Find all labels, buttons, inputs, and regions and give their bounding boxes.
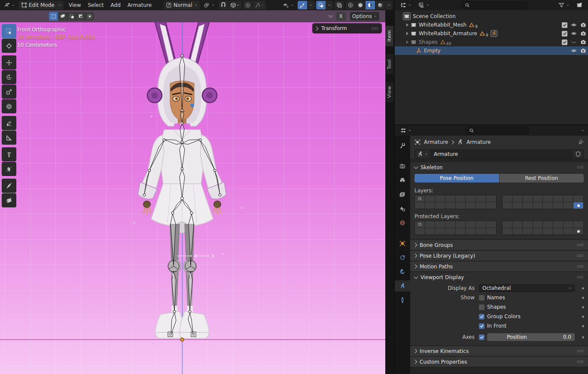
layer-toggle[interactable] [503, 202, 512, 209]
outliner-filter-dropdown[interactable] [556, 1, 572, 9]
properties-search-input[interactable] [476, 128, 519, 133]
checkbox[interactable] [479, 304, 484, 310]
properties-editor-type-button[interactable] [398, 126, 414, 135]
tab-bone-properties[interactable] [395, 295, 410, 306]
layer-toggle[interactable] [573, 195, 583, 202]
panel-grip[interactable] [577, 276, 584, 279]
outliner-search[interactable] [461, 1, 527, 9]
layer-toggle[interactable] [435, 221, 445, 228]
armature-name-field[interactable]: Armature [414, 149, 584, 159]
layer-toggle[interactable] [512, 202, 522, 209]
outliner-row-shapes[interactable]: Shapes 49 [395, 38, 588, 46]
show-overlays-toggle[interactable] [316, 1, 326, 9]
layer-toggle[interactable] [512, 221, 522, 228]
select-mode-intersect[interactable] [85, 12, 94, 21]
layer-toggle[interactable] [445, 228, 455, 234]
tab-scene-properties[interactable] [395, 203, 410, 214]
tab-tool-properties[interactable] [395, 140, 410, 151]
display-as-dropdown[interactable]: Octahedral [479, 284, 575, 292]
layer-toggle[interactable] [445, 195, 455, 202]
layer-toggle[interactable] [486, 195, 496, 202]
layer-toggle[interactable] [476, 228, 486, 234]
tab-view-layer-properties[interactable] [395, 189, 410, 200]
axes-position-slider[interactable]: Position 0.0 [487, 333, 575, 341]
layer-toggle[interactable] [425, 202, 435, 209]
layer-toggle[interactable] [466, 221, 475, 228]
select-mode-new[interactable] [49, 12, 58, 21]
animate-decorator[interactable] [582, 325, 584, 327]
expand-arrow-icon[interactable] [406, 23, 408, 27]
layer-toggle[interactable] [456, 195, 466, 202]
scale-tool[interactable] [2, 85, 16, 99]
expand-arrow-icon[interactable] [406, 40, 408, 44]
layer-toggle[interactable] [553, 221, 563, 228]
transform-panel-header[interactable]: Transform [312, 23, 382, 33]
outliner-search-input[interactable] [472, 3, 515, 8]
xray-toggle[interactable] [335, 1, 344, 9]
hide-eye-icon[interactable] [571, 30, 577, 36]
layer-toggle[interactable] [523, 221, 533, 228]
layer-toggle[interactable] [543, 195, 553, 202]
layer-toggle[interactable] [564, 221, 573, 228]
render-camera-icon[interactable] [580, 22, 586, 28]
animate-decorator[interactable] [582, 316, 584, 318]
fake-user-shield-button[interactable] [572, 150, 583, 158]
layer-toggle[interactable] [533, 195, 543, 202]
layer-toggle[interactable] [476, 202, 486, 209]
layer-toggle[interactable] [533, 221, 543, 228]
layer-toggle[interactable] [456, 228, 466, 234]
layer-toggle[interactable] [564, 195, 573, 202]
pin-icon[interactable] [578, 139, 584, 145]
hidden-eye-closed-icon[interactable] [571, 39, 577, 45]
overlays-dropdown[interactable] [326, 1, 333, 9]
select-mode-extend[interactable] [58, 12, 67, 21]
outliner-editor-type-button[interactable] [398, 1, 414, 9]
layer-toggle[interactable] [486, 202, 496, 209]
roll-tool[interactable] [2, 147, 16, 161]
layer-toggle[interactable] [512, 228, 522, 234]
animate-decorator[interactable] [582, 336, 584, 338]
select-box-tool[interactable] [2, 24, 16, 38]
layer-toggle[interactable] [486, 228, 496, 234]
measure-tool[interactable] [2, 131, 16, 145]
layer-toggle[interactable] [435, 202, 445, 209]
pose-library-panel-header[interactable]: Pose Library (Legacy) [410, 251, 588, 261]
panel-grip[interactable] [577, 350, 584, 353]
pose-position-button[interactable]: Pose Position [414, 174, 499, 182]
motion-paths-panel-header[interactable]: Motion Paths [410, 261, 588, 271]
3d-viewport[interactable]: X X Y Y Y x x x x x Front Orthographic (… [0, 10, 385, 374]
transform-orientation-dropdown[interactable]: Normal [164, 1, 199, 9]
layer-toggle[interactable] [435, 228, 445, 234]
move-tool[interactable] [2, 55, 16, 70]
bone-extrude-tool[interactable] [2, 162, 16, 176]
checkbox[interactable] [479, 323, 484, 329]
viewport-display-panel-header[interactable]: Viewport Display [410, 272, 588, 282]
layer-toggle[interactable] [425, 195, 435, 202]
hide-eye-icon[interactable] [571, 22, 577, 28]
skeleton-panel-header[interactable]: Skeleton [410, 162, 588, 172]
snap-toggle[interactable] [219, 1, 228, 9]
shading-rendered[interactable] [375, 1, 385, 9]
layer-toggle[interactable] [543, 202, 553, 209]
annotate-tool[interactable] [2, 116, 16, 130]
cursor-tool[interactable] [2, 39, 16, 53]
custom-properties-panel-header[interactable]: Custom Properties [410, 357, 588, 367]
outliner-row-empty[interactable]: Empty [395, 46, 588, 55]
proportional-edit-toggle[interactable] [243, 1, 253, 9]
outliner-row-whiterabbit-mesh[interactable]: WhiteRabbit_Mesh 9 [395, 21, 588, 29]
snap-to-dropdown[interactable] [228, 1, 241, 9]
outliner-row-whiterabbit-armature[interactable]: WhiteRabbit_Armature 9 [395, 29, 588, 38]
properties-search[interactable] [465, 127, 530, 134]
tab-output-properties[interactable] [395, 175, 410, 186]
layer-toggle[interactable] [445, 202, 455, 209]
bone-envelope-tool[interactable] [2, 179, 16, 193]
properties-options-dropdown[interactable] [581, 129, 585, 132]
exclude-checkbox[interactable] [562, 22, 567, 28]
editor-type-button[interactable] [2, 1, 17, 9]
panel-grip[interactable] [577, 254, 584, 257]
layer-toggle[interactable] [564, 202, 573, 209]
checkbox[interactable] [479, 295, 484, 301]
menu-armature[interactable]: Armature [124, 1, 155, 9]
menu-select[interactable]: Select [84, 1, 107, 9]
outliner-display-mode-dropdown[interactable] [416, 1, 432, 9]
